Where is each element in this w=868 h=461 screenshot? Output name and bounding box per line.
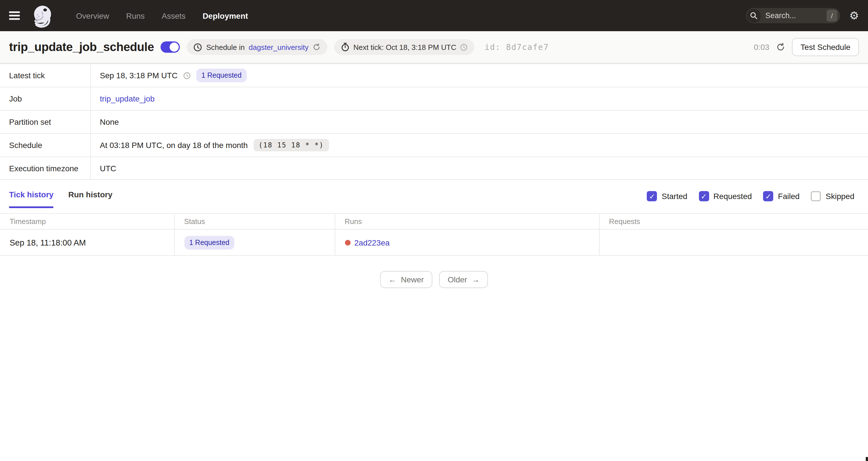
table-row: Sep 18, 11:18:00 AM 1 Requested 2ad223ea: [0, 229, 868, 256]
run-failed-status-dot: [345, 239, 350, 245]
checkbox-icon: ✓: [647, 191, 657, 201]
tick-requests-cell: [599, 229, 868, 256]
status-filters: ✓ Started ✓ Requested ✓ Failed ✓ Skipped: [647, 191, 855, 208]
test-schedule-button[interactable]: Test Schedule: [792, 38, 859, 56]
timezone-clock-icon[interactable]: [183, 72, 191, 79]
partition-set-value: None: [100, 118, 119, 127]
schedule-location-prefix: Schedule in: [206, 43, 245, 51]
filter-skipped[interactable]: ✓ Skipped: [811, 191, 855, 201]
detail-row-job: Job trip_update_job: [0, 87, 868, 110]
detail-row-partition-set: Partition set None: [0, 110, 868, 133]
run-id-link[interactable]: 2ad223ea: [354, 238, 390, 247]
detail-label: Partition set: [0, 110, 91, 133]
schedule-description: At 03:18 PM UTC, on day 18 of the month: [100, 141, 248, 150]
clock-icon: [194, 43, 202, 51]
primary-nav: Overview Runs Assets Deployment: [76, 11, 248, 20]
refresh-icon[interactable]: [776, 42, 785, 52]
detail-label: Job: [0, 87, 91, 110]
search-input[interactable]: Search... /: [746, 8, 840, 23]
refresh-countdown: 0:03: [754, 42, 770, 52]
settings-gear-icon[interactable]: ⚙: [849, 10, 859, 21]
tick-timestamp-cell: Sep 18, 11:18:00 AM: [0, 229, 174, 256]
detail-label: Latest tick: [0, 64, 91, 87]
column-header-requests: Requests: [599, 213, 868, 229]
tab-tick-history[interactable]: Tick history: [9, 190, 54, 208]
detail-row-schedule: Schedule At 03:18 PM UTC, on day 18 of t…: [0, 133, 868, 157]
schedule-enabled-toggle[interactable]: [161, 41, 180, 53]
column-header-timestamp: Timestamp: [0, 213, 174, 229]
checkbox-icon: ✓: [699, 191, 709, 201]
tick-status-cell: 1 Requested: [174, 229, 335, 256]
cron-expression-chip: (18 15 18 * *): [253, 139, 329, 152]
tick-history-table: Timestamp Status Runs Requests Sep 18, 1…: [0, 213, 868, 256]
tab-run-history[interactable]: Run history: [68, 190, 113, 208]
page-title: trip_update_job_schedule: [9, 40, 154, 54]
requested-count-badge[interactable]: 1 Requested: [184, 236, 235, 249]
older-button[interactable]: Older →: [439, 271, 488, 288]
history-tabs-bar: Tick history Run history ✓ Started ✓ Req…: [0, 190, 868, 208]
latest-tick-timestamp: Sep 18, 3:18 PM UTC: [100, 71, 178, 80]
search-icon: [747, 9, 761, 23]
filter-failed[interactable]: ✓ Failed: [763, 191, 800, 201]
top-nav: Overview Runs Assets Deployment Search..…: [0, 0, 868, 31]
detail-row-execution-timezone: Execution timezone UTC: [0, 157, 868, 180]
checkbox-icon: ✓: [763, 191, 774, 201]
column-header-status: Status: [174, 213, 335, 229]
requested-count-badge[interactable]: 1 Requested: [196, 69, 247, 82]
filter-requested[interactable]: ✓ Requested: [699, 191, 752, 201]
schedule-id: id: 8d7cafe7: [485, 42, 549, 52]
timezone-clock-icon[interactable]: [460, 43, 467, 51]
corner-artifact: [866, 457, 868, 461]
newer-button[interactable]: ← Newer: [380, 271, 432, 288]
dagster-logo-icon[interactable]: [31, 3, 56, 28]
filter-started[interactable]: ✓ Started: [647, 191, 687, 201]
repo-link[interactable]: dagster_university: [249, 43, 309, 51]
column-header-runs: Runs: [335, 213, 599, 229]
pagination: ← Newer Older →: [0, 271, 868, 288]
dagster-app: Overview Runs Assets Deployment Search..…: [0, 0, 868, 461]
tick-runs-cell: 2ad223ea: [335, 229, 599, 256]
right-arrow-icon: →: [472, 275, 480, 284]
nav-link-deployment[interactable]: Deployment: [203, 11, 248, 20]
schedule-header: trip_update_job_schedule Schedule in dag…: [0, 31, 868, 64]
nav-link-runs[interactable]: Runs: [126, 11, 145, 20]
stopwatch-icon: [341, 42, 349, 52]
detail-label: Execution timezone: [0, 157, 91, 179]
next-tick-pill: Next tick: Oct 18, 3:18 PM UTC: [334, 39, 474, 55]
detail-label: Schedule: [0, 134, 91, 157]
search-shortcut-badge: /: [827, 10, 837, 22]
reload-repo-icon[interactable]: [313, 43, 320, 51]
timezone-value: UTC: [100, 164, 116, 173]
search-placeholder: Search...: [765, 11, 827, 20]
next-tick-text: Next tick: Oct 18, 3:18 PM UTC: [353, 43, 457, 51]
schedule-details: Latest tick Sep 18, 3:18 PM UTC 1 Reques…: [0, 64, 868, 180]
nav-link-overview[interactable]: Overview: [76, 11, 109, 20]
schedule-location-pill: Schedule in dagster_university: [187, 39, 327, 55]
table-header-row: Timestamp Status Runs Requests: [0, 213, 868, 229]
detail-row-latest-tick: Latest tick Sep 18, 3:18 PM UTC 1 Reques…: [0, 64, 868, 87]
checkbox-icon: ✓: [811, 191, 821, 201]
menu-icon[interactable]: [9, 10, 23, 21]
job-link[interactable]: trip_update_job: [100, 94, 155, 103]
left-arrow-icon: ←: [388, 275, 396, 284]
nav-link-assets[interactable]: Assets: [162, 11, 186, 20]
